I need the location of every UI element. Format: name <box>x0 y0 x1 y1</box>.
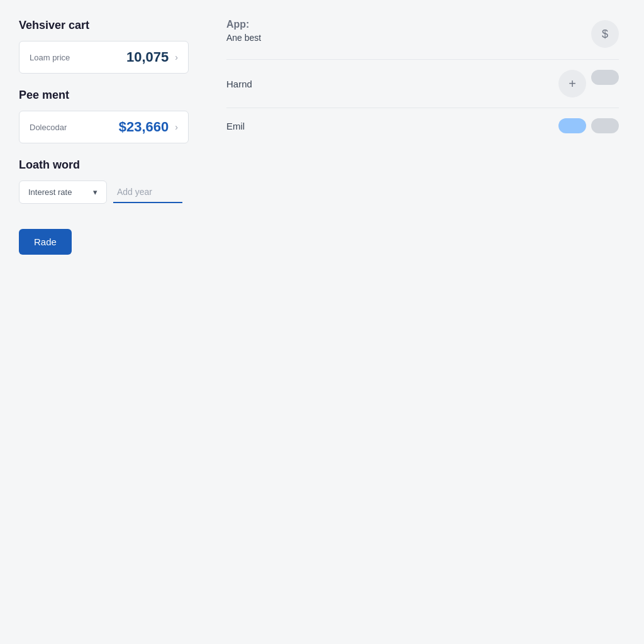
loan-price-value: 10,075 <box>126 49 169 65</box>
dropdown-row: Interest rate ▾ <box>19 180 208 204</box>
dropdown-arrow-icon: ▾ <box>93 187 97 197</box>
loath-word-title: Loath word <box>19 158 208 172</box>
loan-price-chevron-icon: › <box>175 52 178 62</box>
interest-rate-dropdown[interactable]: Interest rate ▾ <box>19 180 107 204</box>
emil-row: Emil <box>226 118 619 133</box>
dollar-box[interactable]: Dolecodar $23,660 › <box>19 111 189 143</box>
plus-button[interactable]: + <box>558 70 586 97</box>
harnd-row: Harnd + <box>226 70 619 97</box>
add-year-input[interactable] <box>113 182 182 203</box>
dollar-circle-button[interactable]: $ <box>591 20 619 48</box>
loan-price-box[interactable]: Loam price 10,075 › <box>19 41 189 74</box>
ane-best-label: Ane best <box>226 33 261 43</box>
harnd-toggle-group: + <box>558 70 619 97</box>
rade-button[interactable]: Rade <box>19 229 72 255</box>
pee-ment-title: Pee ment <box>19 89 208 102</box>
divider-1 <box>226 59 619 60</box>
harnd-toggle-pill[interactable] <box>591 70 619 85</box>
emil-toggle-pill-1[interactable] <box>558 118 586 133</box>
emil-toggle-pill-2[interactable] <box>591 118 619 133</box>
loan-price-label: Loam price <box>30 53 70 62</box>
app-row: App: Ane best $ <box>226 19 619 49</box>
loath-word-section: Loath word Interest rate ▾ <box>19 158 208 204</box>
dollar-value: $23,660 <box>119 119 169 135</box>
app-section: App: Ane best $ Harnd + <box>226 19 619 133</box>
vehsiver-cart-title: Vehsiver cart <box>19 19 208 32</box>
interest-rate-label: Interest rate <box>28 187 72 197</box>
dollar-chevron-icon: › <box>175 122 178 132</box>
app-label-group: App: Ane best <box>226 19 261 49</box>
emil-toggle-group <box>558 118 619 133</box>
dollar-label: Dolecodar <box>30 123 67 132</box>
harnd-label: Harnd <box>226 79 252 89</box>
plus-icon: + <box>569 77 576 91</box>
emil-label: Emil <box>226 121 245 131</box>
app-label: App: <box>226 19 261 30</box>
divider-2 <box>226 108 619 108</box>
dollar-circle-icon: $ <box>602 28 608 41</box>
